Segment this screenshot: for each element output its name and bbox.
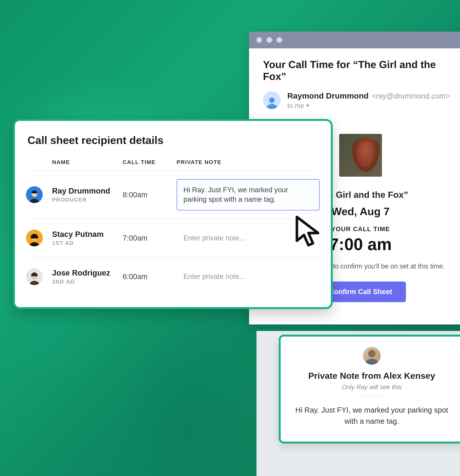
table-row: Ray Drummond PRODUCER 8:00am Hi Ray. Jus… <box>26 171 320 219</box>
avatar <box>26 230 43 246</box>
avatar <box>26 268 43 285</box>
recipient-line[interactable]: to me <box>287 102 458 110</box>
person-icon <box>29 272 40 285</box>
recipient-role: 2ND AD <box>52 279 123 285</box>
col-name: NAME <box>52 159 123 165</box>
table-row: Stacy Putnam 1ST AD 7:00am Enter private… <box>26 219 320 257</box>
avatar <box>26 186 43 203</box>
private-note-card: Private Note from Alex Kensey Only Ray w… <box>279 335 460 443</box>
recipient-call-time: 8:00am <box>123 191 176 199</box>
private-note-title: Private Note from Alex Kensey <box>294 371 450 381</box>
private-note-input[interactable]: Hi Ray. Just FYI, we marked your parking… <box>176 179 320 211</box>
email-subject: Your Call Time for “The Girl and the Fox… <box>263 59 458 82</box>
recipient-name: Ray Drummond <box>52 187 123 196</box>
table-row: Jose Rodriguez 2ND AD 6:00am Enter priva… <box>26 257 320 296</box>
person-icon <box>265 96 278 109</box>
svg-point-0 <box>269 98 275 103</box>
cursor-icon <box>294 216 327 251</box>
traffic-light-close[interactable] <box>257 37 262 43</box>
window-titlebar <box>249 32 460 48</box>
table-header: NAME CALL TIME PRIVATE NOTE <box>26 155 320 171</box>
chevron-down-icon <box>306 105 310 107</box>
sender-avatar <box>263 91 281 109</box>
recipient-role: PRODUCER <box>52 196 123 203</box>
traffic-light-zoom[interactable] <box>276 37 282 43</box>
email-sender-row: Raymond Drummond <ray@drummond.com> to m… <box>263 91 458 110</box>
sender-name: Raymond Drummond <box>287 91 368 100</box>
recipients-card: Call sheet recipient details NAME CALL T… <box>13 119 333 309</box>
recipient-call-time: 6:00am <box>123 272 176 281</box>
recipient-label: to me <box>287 102 304 110</box>
recipient-call-time: 7:00am <box>123 234 176 242</box>
recipient-name: Jose Rodriguez <box>52 269 123 277</box>
person-icon <box>29 190 40 203</box>
private-note-subtitle: Only Ray will see this <box>294 383 450 391</box>
traffic-light-minimize[interactable] <box>267 37 272 43</box>
note-author-avatar <box>363 347 381 365</box>
recipient-role: 1ST AD <box>52 240 123 246</box>
recipient-name: Stacy Putnam <box>52 230 123 239</box>
col-call-time: CALL TIME <box>123 159 176 165</box>
recipients-table: NAME CALL TIME PRIVATE NOTE Ray Drummond… <box>26 155 320 296</box>
private-note-body: Hi Ray. Just FYI, we marked your parking… <box>294 404 450 427</box>
col-private-note: PRIVATE NOTE <box>176 159 320 165</box>
recipients-title: Call sheet recipient details <box>26 134 320 146</box>
person-icon <box>363 347 381 365</box>
divider <box>359 396 385 396</box>
private-note-input[interactable]: Enter private note... <box>176 266 320 288</box>
svg-point-1 <box>368 350 376 357</box>
person-icon <box>29 233 40 246</box>
sender-email: <ray@drummond.com> <box>372 92 450 100</box>
movie-poster <box>339 134 382 177</box>
